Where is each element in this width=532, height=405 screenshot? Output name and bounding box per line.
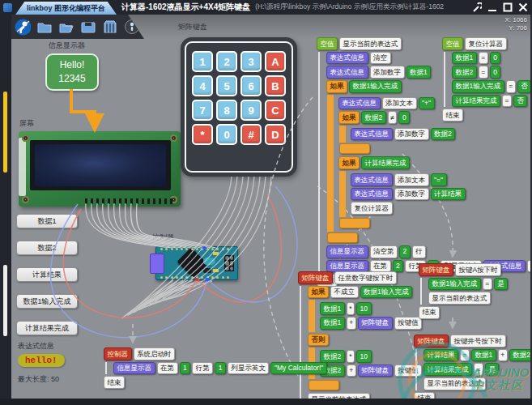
arduino-nano-device[interactable] [155,246,238,280]
code-row[interactable]: 数据1=0 [452,52,531,65]
keypad-key-#[interactable]: # [240,124,262,145]
code-row[interactable]: 结束 [442,109,531,122]
code-chip[interactable]: 数据1 [406,66,432,79]
code-chip[interactable]: ≠ [388,111,398,124]
code-chip[interactable]: 数据1输入完成 [349,80,402,93]
keypad-key-D[interactable]: D [265,124,286,145]
code-chip[interactable]: 表达式信息 [351,173,393,186]
code-chip[interactable]: = [502,95,512,108]
code-chip[interactable]: 数据2 [509,349,532,362]
open-folder-icon[interactable] [58,19,74,35]
code-chip[interactable]: 显示当前的表达式 [339,37,402,50]
code-chip[interactable]: 矩阵键盘 [414,335,449,347]
code-chip[interactable]: 按键井号按下时 [450,335,506,347]
code-chip[interactable]: = [479,66,488,79]
variable-button[interactable]: 数据2 [16,241,78,255]
code-row[interactable]: 显示当前的表达式 [423,377,532,390]
if-end-cap[interactable] [327,232,358,243]
code-chip[interactable]: 如果 [338,156,360,169]
code-chip[interactable]: 计算结果 [423,349,458,362]
variable-button[interactable]: 计算结果完成 [16,321,78,335]
code-row[interactable]: 如果计算结果完成 [338,156,532,169]
new-file-icon[interactable] [36,19,53,35]
code-chip[interactable]: 计算结果完成 [361,156,410,169]
code-chip[interactable]: 任意数字键按下时 [334,271,397,284]
code-chip[interactable]: 信息显示器 [113,362,155,375]
code-chip[interactable]: 如果 [308,286,329,299]
code-chip[interactable]: 控制器 [104,347,132,360]
code-chip[interactable]: 结束 [104,376,125,389]
code-chip[interactable]: 表达式信息 [351,188,393,201]
code-chip[interactable]: 1 [180,362,191,375]
code-row[interactable]: 信息显示器在第1行第1列显示英文"My Calculator!" [113,362,327,375]
event-key-hash[interactable]: 矩阵键盘按键井号按下时计算结果=数据1+数据2计算结果完成=是显示当前的表达式结… [414,333,532,405]
code-chip[interactable]: 矩阵键盘 [358,317,393,330]
keypad-key-9[interactable]: 9 [240,100,262,121]
code-chip[interactable]: = [483,278,492,291]
code-row[interactable]: 结束 [104,376,327,389]
code-chip[interactable]: 表达式信息 [326,66,368,79]
keypad-key-A[interactable]: A [265,51,286,72]
code-chip[interactable]: 数据1输入完成 [452,80,504,93]
code-chip[interactable]: 计算结果完成 [452,95,500,108]
code-chip[interactable]: 列显示英文 [228,362,270,375]
code-chip[interactable]: 否则 [308,334,329,347]
code-chip[interactable]: 表达式信息 [326,52,368,65]
code-row[interactable]: 数据1+矩阵键盘按键值 [320,317,422,330]
code-chip[interactable]: 数据2 [361,111,386,124]
matrix-keypad-device[interactable]: 123A456B789C*0#D [181,37,297,177]
code-chip[interactable]: + [347,364,356,377]
event-key-a[interactable]: 矩阵键盘按键A按下时数据1输入完成=是显示当前的表达式结束 [419,262,508,321]
code-row[interactable]: 计算结果完成=是 [423,363,532,376]
code-chip[interactable]: 2 [399,245,411,258]
code-chip[interactable]: 0 [490,52,501,65]
code-chip[interactable]: 数据1输入完成 [360,286,413,299]
keypad-key-C[interactable]: C [265,100,286,121]
code-row[interactable]: 表达式信息添加数字计算结果 [351,188,532,201]
code-chip[interactable]: 添加文本 [382,97,417,110]
code-row[interactable]: 表达式信息添加数字数据2 [351,128,532,141]
code-chip[interactable]: 数据2 [452,66,477,79]
keypad-key-*[interactable]: * [192,124,213,145]
code-chip[interactable]: 系统启动时 [134,347,176,360]
code-chip[interactable]: "+" [419,97,435,110]
code-chip[interactable]: = [460,349,470,362]
code-chip[interactable]: 空值 [317,37,338,50]
code-chip[interactable]: 空值 [442,37,463,50]
code-row[interactable]: 矩阵键盘按键A按下时 [419,263,508,276]
code-row[interactable]: 矩阵键盘任意数字键按下时 [298,271,422,284]
code-row[interactable]: 结束 [419,306,508,319]
keypad-key-6[interactable]: 6 [240,75,262,96]
code-row[interactable]: 数据1输入完成=是 [428,278,508,291]
minimize-icon[interactable] [487,2,497,13]
code-row[interactable]: 表达式信息添加文本"=" [351,173,532,186]
code-row[interactable]: 计算结果完成=否 [452,95,531,108]
code-row[interactable]: 复位计算器 [351,202,532,215]
code-chip[interactable]: 清空第 [370,245,398,258]
module-library-icon[interactable] [102,19,118,35]
code-chip[interactable]: 10 [356,350,371,363]
code-chip[interactable]: 数据2 [431,128,456,141]
keypad-key-8[interactable]: 8 [216,100,237,121]
code-chip[interactable]: 计算结果完成 [423,363,472,376]
variable-button[interactable]: 计算结果 [16,267,78,282]
code-chip[interactable]: 结束 [419,306,440,319]
code-chip[interactable]: = [474,363,483,376]
if-end-cap[interactable] [339,143,370,154]
code-chip[interactable]: 复位计算器 [465,37,507,50]
code-chip[interactable]: * [347,350,355,363]
code-chip[interactable]: 如果 [326,80,347,93]
code-chip[interactable]: 按键A按下时 [455,263,501,276]
code-chip[interactable]: = [506,80,516,93]
code-chip[interactable]: 数据1输入完成 [428,278,481,291]
code-row[interactable]: 如果不成立数据1输入完成 [308,286,422,299]
func-reset-calculator[interactable]: 空值复位计算器数据1=0数据2=0数据1输入完成=否计算结果完成=否结束 [442,36,531,123]
code-chip[interactable]: 表达式信息 [338,97,381,110]
code-row[interactable]: 数据2+矩阵键盘按键值 [320,364,422,377]
code-row[interactable]: 数据1输入完成=否 [452,80,531,93]
code-chip[interactable]: * [347,302,355,315]
code-chip[interactable]: 不成立 [330,286,359,299]
code-chip[interactable]: 0 [490,66,501,79]
code-chip[interactable]: 数据1 [320,302,345,315]
code-chip[interactable]: 清空 [370,52,391,65]
